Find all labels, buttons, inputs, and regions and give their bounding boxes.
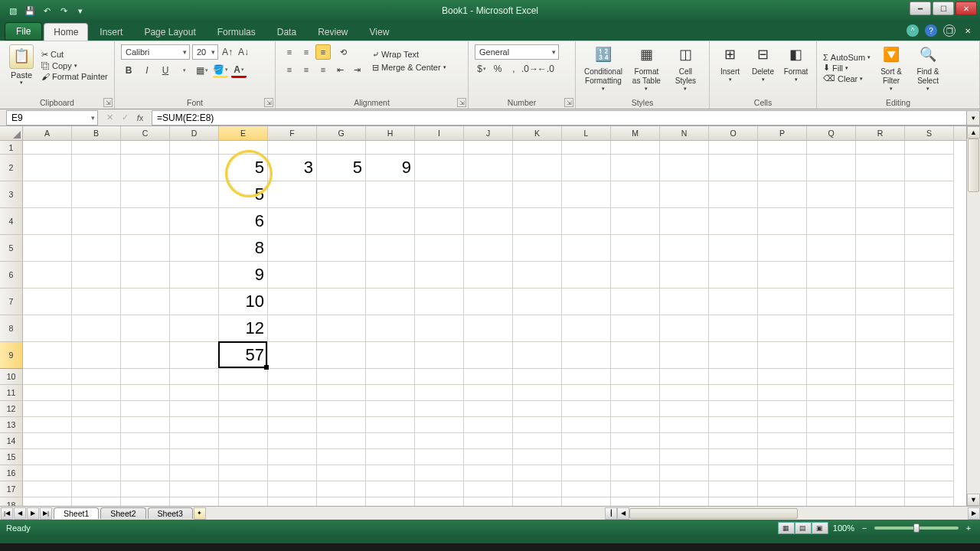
cell-R6[interactable] (856, 262, 905, 289)
cell-C9[interactable] (121, 342, 170, 369)
sort-filter-button[interactable]: 🔽Sort & Filter (875, 44, 907, 92)
cell-N11[interactable] (660, 385, 709, 401)
cell-L16[interactable] (562, 465, 611, 481)
cell-E6[interactable]: 9 (219, 262, 268, 289)
cell-J18[interactable] (464, 497, 513, 506)
column-header-F[interactable]: F (268, 126, 317, 140)
row-header-12[interactable]: 12 (0, 401, 22, 417)
tab-page-layout[interactable]: Page Layout (134, 23, 205, 41)
cell-A15[interactable] (23, 449, 72, 465)
cell-M14[interactable] (611, 433, 660, 449)
row-header-5[interactable]: 5 (0, 235, 22, 262)
cell-E15[interactable] (219, 449, 268, 465)
cell-O8[interactable] (709, 315, 758, 342)
formula-input[interactable]: =SUM(E2:E8) (152, 110, 966, 126)
cell-R3[interactable] (856, 181, 905, 208)
row-header-7[interactable]: 7 (0, 289, 22, 315)
cell-C14[interactable] (121, 433, 170, 449)
cell-J9[interactable] (464, 342, 513, 369)
column-header-P[interactable]: P (758, 126, 807, 140)
cell-D9[interactable] (170, 342, 219, 369)
cell-P14[interactable] (758, 433, 807, 449)
cell-A10[interactable] (23, 369, 72, 385)
cell-D4[interactable] (170, 208, 219, 235)
cell-K4[interactable] (513, 208, 562, 235)
row-header-8[interactable]: 8 (0, 315, 22, 342)
cell-B5[interactable] (72, 235, 121, 262)
cell-M15[interactable] (611, 449, 660, 465)
cell-O16[interactable] (709, 465, 758, 481)
cell-C16[interactable] (121, 465, 170, 481)
cell-G4[interactable] (317, 208, 366, 235)
column-header-C[interactable]: C (121, 126, 170, 140)
column-header-Q[interactable]: Q (807, 126, 856, 140)
cell-J12[interactable] (464, 401, 513, 417)
row-header-1[interactable]: 1 (0, 141, 22, 155)
cell-E16[interactable] (219, 465, 268, 481)
cell-C17[interactable] (121, 481, 170, 497)
cell-S2[interactable] (905, 155, 954, 181)
cell-B1[interactable] (72, 141, 121, 155)
column-header-H[interactable]: H (366, 126, 415, 140)
cell-P2[interactable] (758, 155, 807, 181)
cell-M16[interactable] (611, 465, 660, 481)
cell-J15[interactable] (464, 449, 513, 465)
cell-Q16[interactable] (807, 465, 856, 481)
cell-K3[interactable] (513, 181, 562, 208)
cell-N17[interactable] (660, 481, 709, 497)
row-header-3[interactable]: 3 (0, 181, 22, 208)
cell-L8[interactable] (562, 315, 611, 342)
decrease-decimal-button[interactable]: ←.0 (539, 62, 553, 76)
cell-I3[interactable] (415, 181, 464, 208)
row-header-13[interactable]: 13 (0, 417, 22, 433)
cell-D2[interactable] (170, 155, 219, 181)
cell-K17[interactable] (513, 481, 562, 497)
cell-I12[interactable] (415, 401, 464, 417)
column-header-B[interactable]: B (72, 126, 121, 140)
format-painter-button[interactable]: 🖌Format Painter (41, 72, 108, 81)
cell-R5[interactable] (856, 235, 905, 262)
cell-F15[interactable] (268, 449, 317, 465)
cell-R2[interactable] (856, 155, 905, 181)
cell-A16[interactable] (23, 465, 72, 481)
cell-F9[interactable] (268, 342, 317, 369)
number-launcher[interactable]: ⇲ (564, 98, 573, 107)
cell-G12[interactable] (317, 401, 366, 417)
scroll-right-icon[interactable]: ▶ (968, 507, 980, 520)
cell-R8[interactable] (856, 315, 905, 342)
cell-O3[interactable] (709, 181, 758, 208)
cell-O9[interactable] (709, 342, 758, 369)
cell-S1[interactable] (905, 141, 954, 155)
cell-G5[interactable] (317, 235, 366, 262)
cell-I14[interactable] (415, 433, 464, 449)
cell-C7[interactable] (121, 289, 170, 315)
currency-button[interactable]: $ (475, 62, 488, 76)
fill-button[interactable]: ⬇Fill▾ (823, 63, 871, 73)
cell-B10[interactable] (72, 369, 121, 385)
cell-E3[interactable]: 5 (219, 181, 268, 208)
cell-N7[interactable] (660, 289, 709, 315)
cell-O1[interactable] (709, 141, 758, 155)
comma-button[interactable]: , (507, 62, 521, 76)
cell-A12[interactable] (23, 401, 72, 417)
orientation-button[interactable]: ⟲ (332, 44, 354, 60)
cell-Q3[interactable] (807, 181, 856, 208)
cell-H12[interactable] (366, 401, 415, 417)
cell-C13[interactable] (121, 417, 170, 433)
cell-F3[interactable] (268, 181, 317, 208)
cell-N5[interactable] (660, 235, 709, 262)
cell-J2[interactable] (464, 155, 513, 181)
cell-G18[interactable] (317, 497, 366, 506)
tab-data[interactable]: Data (267, 23, 306, 41)
cell-C5[interactable] (121, 235, 170, 262)
help-icon[interactable]: ? (925, 24, 937, 37)
increase-decimal-button[interactable]: .0→ (523, 62, 537, 76)
cell-F2[interactable]: 3 (268, 155, 317, 181)
cell-G9[interactable] (317, 342, 366, 369)
cell-P9[interactable] (758, 342, 807, 369)
cell-J1[interactable] (464, 141, 513, 155)
row-header-6[interactable]: 6 (0, 262, 22, 289)
cell-R11[interactable] (856, 385, 905, 401)
align-top-button[interactable]: ≡ (282, 44, 297, 60)
cell-N4[interactable] (660, 208, 709, 235)
